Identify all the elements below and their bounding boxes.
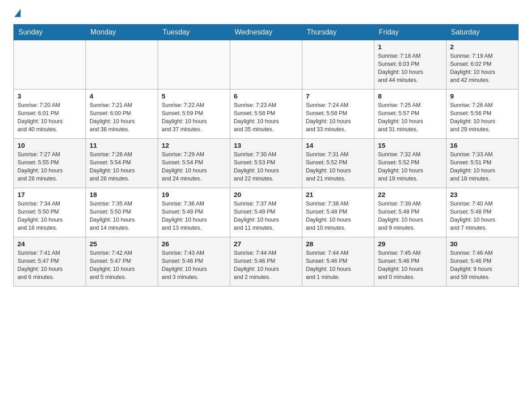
- day-info: Sunrise: 7:22 AM Sunset: 5:59 PM Dayligh…: [162, 101, 226, 134]
- day-info: Sunrise: 7:34 AM Sunset: 5:50 PM Dayligh…: [17, 200, 82, 232]
- day-info: Sunrise: 7:38 AM Sunset: 5:48 PM Dayligh…: [306, 200, 370, 232]
- day-info: Sunrise: 7:30 AM Sunset: 5:53 PM Dayligh…: [234, 150, 298, 183]
- day-of-week-header: Monday: [86, 25, 158, 40]
- day-info: Sunrise: 7:35 AM Sunset: 5:50 PM Dayligh…: [90, 200, 154, 232]
- day-number: 19: [162, 191, 226, 198]
- day-of-week-header: Thursday: [302, 25, 374, 40]
- calendar-day-cell: [158, 40, 230, 90]
- day-info: Sunrise: 7:40 AM Sunset: 5:48 PM Dayligh…: [450, 200, 515, 232]
- day-number: 30: [450, 240, 515, 248]
- calendar-day-cell: 19Sunrise: 7:36 AM Sunset: 5:49 PM Dayli…: [158, 188, 230, 237]
- calendar-day-cell: 15Sunrise: 7:32 AM Sunset: 5:52 PM Dayli…: [374, 139, 446, 188]
- day-number: 1: [378, 43, 442, 51]
- calendar-day-cell: 20Sunrise: 7:37 AM Sunset: 5:49 PM Dayli…: [230, 188, 302, 237]
- day-info: Sunrise: 7:27 AM Sunset: 5:55 PM Dayligh…: [17, 150, 82, 183]
- calendar-day-cell: 14Sunrise: 7:31 AM Sunset: 5:52 PM Dayli…: [302, 139, 374, 188]
- day-number: 4: [90, 92, 154, 100]
- calendar-day-cell: 23Sunrise: 7:40 AM Sunset: 5:48 PM Dayli…: [446, 188, 519, 237]
- calendar-day-cell: 8Sunrise: 7:25 AM Sunset: 5:57 PM Daylig…: [374, 90, 446, 139]
- day-number: 25: [90, 240, 154, 248]
- day-info: Sunrise: 7:23 AM Sunset: 5:58 PM Dayligh…: [234, 101, 298, 134]
- day-info: Sunrise: 7:45 AM Sunset: 5:46 PM Dayligh…: [378, 249, 442, 282]
- day-info: Sunrise: 7:24 AM Sunset: 5:58 PM Dayligh…: [306, 101, 370, 134]
- day-number: 21: [306, 191, 370, 198]
- day-number: 6: [234, 92, 298, 100]
- calendar-day-cell: 10Sunrise: 7:27 AM Sunset: 5:55 PM Dayli…: [14, 139, 86, 188]
- day-number: 22: [378, 191, 442, 198]
- calendar-day-cell: 7Sunrise: 7:24 AM Sunset: 5:58 PM Daylig…: [302, 90, 374, 139]
- day-number: 10: [17, 141, 82, 149]
- calendar-day-cell: 22Sunrise: 7:39 AM Sunset: 5:48 PM Dayli…: [374, 188, 446, 237]
- calendar-day-cell: 4Sunrise: 7:21 AM Sunset: 6:00 PM Daylig…: [86, 90, 158, 139]
- day-number: 28: [306, 240, 370, 248]
- day-info: Sunrise: 7:43 AM Sunset: 5:46 PM Dayligh…: [162, 249, 226, 282]
- page-header: [13, 9, 519, 17]
- day-number: 12: [162, 141, 226, 149]
- day-number: 15: [378, 141, 442, 149]
- calendar-header-row: SundayMondayTuesdayWednesdayThursdayFrid…: [14, 25, 519, 40]
- day-of-week-header: Saturday: [446, 25, 519, 40]
- day-number: 26: [162, 240, 226, 248]
- calendar-day-cell: 11Sunrise: 7:28 AM Sunset: 5:54 PM Dayli…: [86, 139, 158, 188]
- day-of-week-header: Friday: [374, 25, 446, 40]
- calendar-week-row: 1Sunrise: 7:18 AM Sunset: 6:03 PM Daylig…: [14, 40, 519, 90]
- day-of-week-header: Tuesday: [158, 25, 230, 40]
- day-info: Sunrise: 7:33 AM Sunset: 5:51 PM Dayligh…: [450, 150, 515, 183]
- calendar-day-cell: 13Sunrise: 7:30 AM Sunset: 5:53 PM Dayli…: [230, 139, 302, 188]
- day-info: Sunrise: 7:39 AM Sunset: 5:48 PM Dayligh…: [378, 200, 442, 232]
- day-number: 8: [378, 92, 442, 100]
- day-info: Sunrise: 7:37 AM Sunset: 5:49 PM Dayligh…: [234, 200, 298, 232]
- day-number: 27: [234, 240, 298, 248]
- day-number: 5: [162, 92, 226, 100]
- day-number: 14: [306, 141, 370, 149]
- calendar-day-cell: 16Sunrise: 7:33 AM Sunset: 5:51 PM Dayli…: [446, 139, 519, 188]
- day-number: 7: [306, 92, 370, 100]
- day-info: Sunrise: 7:29 AM Sunset: 5:54 PM Dayligh…: [162, 150, 226, 183]
- calendar-day-cell: 24Sunrise: 7:41 AM Sunset: 5:47 PM Dayli…: [14, 237, 86, 287]
- calendar-day-cell: 6Sunrise: 7:23 AM Sunset: 5:58 PM Daylig…: [230, 90, 302, 139]
- calendar-day-cell: 29Sunrise: 7:45 AM Sunset: 5:46 PM Dayli…: [374, 237, 446, 287]
- day-info: Sunrise: 7:18 AM Sunset: 6:03 PM Dayligh…: [378, 52, 442, 85]
- calendar-day-cell: [86, 40, 158, 90]
- day-number: 24: [17, 240, 82, 248]
- calendar-day-cell: 3Sunrise: 7:20 AM Sunset: 6:01 PM Daylig…: [14, 90, 86, 139]
- calendar-day-cell: 26Sunrise: 7:43 AM Sunset: 5:46 PM Dayli…: [158, 237, 230, 287]
- day-info: Sunrise: 7:19 AM Sunset: 6:02 PM Dayligh…: [450, 52, 515, 85]
- calendar-day-cell: 30Sunrise: 7:46 AM Sunset: 5:46 PM Dayli…: [446, 237, 519, 287]
- calendar-day-cell: 27Sunrise: 7:44 AM Sunset: 5:46 PM Dayli…: [230, 237, 302, 287]
- calendar-week-row: 10Sunrise: 7:27 AM Sunset: 5:55 PM Dayli…: [14, 139, 519, 188]
- calendar-day-cell: [14, 40, 86, 90]
- day-number: 29: [378, 240, 442, 248]
- day-number: 2: [450, 43, 515, 51]
- day-info: Sunrise: 7:32 AM Sunset: 5:52 PM Dayligh…: [378, 150, 442, 183]
- calendar-week-row: 3Sunrise: 7:20 AM Sunset: 6:01 PM Daylig…: [14, 90, 519, 139]
- day-info: Sunrise: 7:44 AM Sunset: 5:46 PM Dayligh…: [234, 249, 298, 282]
- day-info: Sunrise: 7:28 AM Sunset: 5:54 PM Dayligh…: [90, 150, 154, 183]
- calendar-table: SundayMondayTuesdayWednesdayThursdayFrid…: [13, 24, 519, 287]
- day-number: 23: [450, 191, 515, 198]
- day-info: Sunrise: 7:25 AM Sunset: 5:57 PM Dayligh…: [378, 101, 442, 134]
- calendar-day-cell: 18Sunrise: 7:35 AM Sunset: 5:50 PM Dayli…: [86, 188, 158, 237]
- calendar-week-row: 17Sunrise: 7:34 AM Sunset: 5:50 PM Dayli…: [14, 188, 519, 237]
- day-info: Sunrise: 7:21 AM Sunset: 6:00 PM Dayligh…: [90, 101, 154, 134]
- day-number: 16: [450, 141, 515, 149]
- day-of-week-header: Wednesday: [230, 25, 302, 40]
- logo: [13, 9, 21, 17]
- calendar-day-cell: 25Sunrise: 7:42 AM Sunset: 5:47 PM Dayli…: [86, 237, 158, 287]
- day-info: Sunrise: 7:20 AM Sunset: 6:01 PM Dayligh…: [17, 101, 82, 134]
- day-info: Sunrise: 7:44 AM Sunset: 5:46 PM Dayligh…: [306, 249, 370, 282]
- calendar-day-cell: [230, 40, 302, 90]
- day-number: 20: [234, 191, 298, 198]
- logo-triangle-icon: [14, 9, 21, 17]
- calendar-day-cell: 2Sunrise: 7:19 AM Sunset: 6:02 PM Daylig…: [446, 40, 519, 90]
- day-info: Sunrise: 7:42 AM Sunset: 5:47 PM Dayligh…: [90, 249, 154, 282]
- day-info: Sunrise: 7:41 AM Sunset: 5:47 PM Dayligh…: [17, 249, 82, 282]
- day-number: 17: [17, 191, 82, 198]
- calendar-day-cell: 1Sunrise: 7:18 AM Sunset: 6:03 PM Daylig…: [374, 40, 446, 90]
- day-info: Sunrise: 7:36 AM Sunset: 5:49 PM Dayligh…: [162, 200, 226, 232]
- calendar-day-cell: 17Sunrise: 7:34 AM Sunset: 5:50 PM Dayli…: [14, 188, 86, 237]
- day-number: 3: [17, 92, 82, 100]
- day-number: 11: [90, 141, 154, 149]
- day-number: 9: [450, 92, 515, 100]
- calendar-day-cell: 28Sunrise: 7:44 AM Sunset: 5:46 PM Dayli…: [302, 237, 374, 287]
